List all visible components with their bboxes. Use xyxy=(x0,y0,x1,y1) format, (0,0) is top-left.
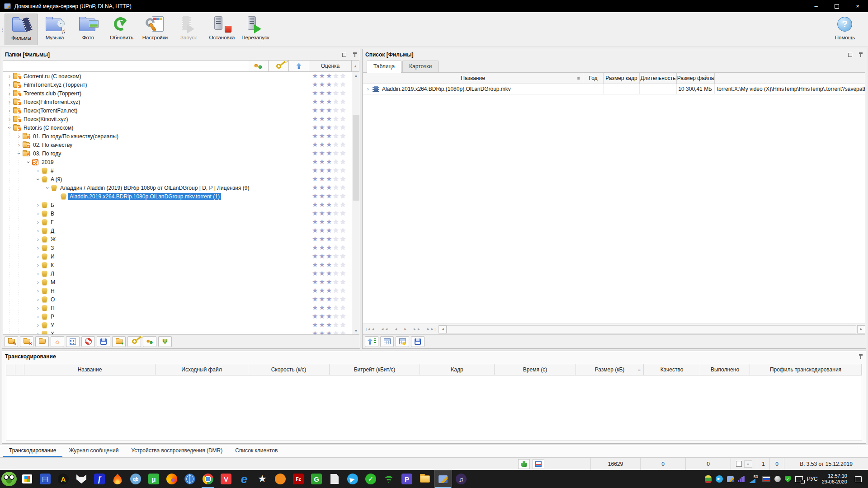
uget-icon[interactable]: G xyxy=(307,470,326,488)
toolbar-button-перезапуск[interactable]: Перезапуск xyxy=(239,14,272,45)
rating-stars[interactable]: ★★★★★ xyxy=(312,158,347,166)
tree-item[interactable]: ›03. По году★★★★★ xyxy=(3,149,353,158)
bottom-tab[interactable]: Устройства воспроизведения (DMR) xyxy=(125,445,229,457)
transcode-column-10[interactable]: Профиль транскодирования xyxy=(750,364,862,375)
grey-ball-icon[interactable] xyxy=(774,476,781,482)
qbittorrent-icon[interactable]: qb xyxy=(127,470,145,488)
language-indicator[interactable]: РУС xyxy=(807,476,818,482)
orange-app-icon[interactable] xyxy=(271,470,289,488)
expand-icon[interactable]: › xyxy=(35,297,41,302)
rating-stars[interactable]: ★★★★★ xyxy=(312,226,347,235)
row-expand-icon[interactable]: › xyxy=(365,87,371,91)
toolbar-button-фото[interactable]: Фото xyxy=(71,14,105,45)
close-button[interactable]: × xyxy=(847,0,868,12)
rating-stars[interactable]: ★★★★★ xyxy=(312,252,347,260)
tree-item[interactable]: ›Д★★★★★ xyxy=(3,226,353,235)
window-status-button[interactable] xyxy=(533,459,544,469)
tree-item[interactable]: ›Х★★★★★ xyxy=(3,329,353,334)
tab-карточки[interactable]: Карточки xyxy=(402,61,439,72)
filezilla-icon[interactable]: Fz xyxy=(289,470,307,488)
ru-flag-icon[interactable] xyxy=(762,476,770,482)
expand-icon[interactable]: › xyxy=(35,169,41,173)
volume-icon[interactable]: 50 xyxy=(749,475,758,483)
column-header-3[interactable]: Размер кадр xyxy=(604,73,640,84)
transcode-column-5[interactable]: Кадр xyxy=(420,364,495,375)
column-header-5[interactable]: Размер файла xyxy=(677,73,715,84)
save-button[interactable] xyxy=(97,336,110,347)
users-filter-button[interactable]: ☻☻ xyxy=(248,61,268,71)
scrollbar-thumb[interactable] xyxy=(353,115,359,201)
tree-item[interactable]: ›Rutor.is (С поиском)★★★★★ xyxy=(3,123,353,132)
tree-item[interactable]: ›Поиск(FilmiTorrent.xyz)★★★★★ xyxy=(3,98,353,106)
weather-button[interactable]: ☼ xyxy=(51,336,64,347)
rating-stars[interactable]: ★★★★★ xyxy=(312,278,347,286)
column-header-1[interactable]: Название≡ xyxy=(363,73,583,84)
save-button[interactable] xyxy=(411,336,425,347)
aimp-icon[interactable]: A xyxy=(54,470,72,488)
transcode-column-4[interactable]: Битрейт (кБит/с) xyxy=(330,364,420,375)
hscroll-track[interactable] xyxy=(447,325,856,333)
help-button[interactable]: ? Помощь xyxy=(828,14,862,40)
firefox-icon[interactable] xyxy=(163,470,181,488)
tree-item[interactable]: ›Р★★★★★ xyxy=(3,312,353,321)
folder-filter-input[interactable] xyxy=(3,61,248,71)
tab-таблица[interactable]: Таблица xyxy=(367,61,401,73)
telegram-icon[interactable] xyxy=(344,470,362,488)
flash-player-icon[interactable]: f xyxy=(90,470,108,488)
expand-icon[interactable]: › xyxy=(35,203,41,207)
collapse-icon[interactable]: › xyxy=(45,185,50,191)
table-row[interactable]: ›Aladdin.2019.x264.BDRip.(1080p).OlLanDG… xyxy=(363,84,865,94)
transcode-column-9[interactable]: Выполнено xyxy=(700,364,750,375)
foobar2000-icon[interactable] xyxy=(72,470,90,488)
pager-button-6[interactable]: ►►| xyxy=(424,327,439,331)
rating-stars[interactable]: ★★★★★ xyxy=(312,235,347,243)
transcode-column-8[interactable]: Качество xyxy=(644,364,700,375)
expand-icon[interactable]: › xyxy=(35,229,41,233)
bottom-tab[interactable]: Транскодирование xyxy=(3,445,62,457)
rating-stars[interactable]: ★★★★★ xyxy=(312,218,347,226)
rating-stars[interactable]: ★★★★★ xyxy=(312,175,347,183)
transcode-column-3[interactable]: Скорость (к/с) xyxy=(248,364,330,375)
vivaldi-icon[interactable]: V xyxy=(217,470,235,488)
expand-icon[interactable]: › xyxy=(16,134,22,139)
expand-icon[interactable]: › xyxy=(7,100,12,104)
utorrent-icon[interactable]: µ xyxy=(145,470,163,488)
toolbar-button-запуск[interactable]: Запуск xyxy=(172,14,205,45)
rating-stars[interactable]: ★★★★★ xyxy=(312,141,347,149)
toolbar-grip[interactable]: ⋮ xyxy=(0,12,5,47)
tree-item[interactable]: ›Gtorrent.ru (С поиском)★★★★★ xyxy=(3,72,353,80)
collapse-icon[interactable]: › xyxy=(36,177,40,182)
clock[interactable]: 12:57:10 29-06-2020 xyxy=(822,473,847,485)
grid-button[interactable] xyxy=(66,336,80,347)
rating-stars[interactable]: ★★★★★ xyxy=(312,295,347,303)
tree-item[interactable]: Aladdin.2019.x264.BDRip.1080p.OlLanDGrou… xyxy=(3,192,353,201)
expand-icon[interactable]: › xyxy=(35,254,41,259)
key-button[interactable] xyxy=(127,336,141,347)
transcode-column-2[interactable]: Исходный файл xyxy=(156,364,248,375)
folder-open-button[interactable]: ▼ xyxy=(112,336,126,347)
column-header-source[interactable] xyxy=(715,73,865,84)
toolbar-button-остановка[interactable]: Остановка xyxy=(205,14,239,45)
panel-pin-icon[interactable] xyxy=(859,52,863,57)
expand-icon[interactable]: › xyxy=(35,246,41,250)
expand-icon[interactable]: › xyxy=(35,289,41,293)
sort-up-button[interactable] xyxy=(288,61,309,71)
hscroll-right-icon[interactable]: ► xyxy=(857,325,865,333)
transcode-column-6[interactable]: Время (с) xyxy=(495,364,576,375)
scrollbar-up-icon[interactable]: ▲ xyxy=(352,72,360,79)
jester-icon[interactable] xyxy=(705,475,712,483)
folder-edit-button[interactable]: ✎ xyxy=(5,336,18,347)
scroll-up-icon[interactable]: ▲ xyxy=(351,61,359,71)
expand-icon[interactable]: › xyxy=(35,323,41,328)
action-center-icon[interactable] xyxy=(855,476,862,482)
column-header-2[interactable]: Год xyxy=(583,73,604,84)
rating-column-header[interactable]: Оценка xyxy=(309,61,351,71)
microsoft-store-icon[interactable] xyxy=(18,470,36,488)
column-header-4[interactable]: Длительность xyxy=(640,73,677,84)
tree-item[interactable]: ›A (9)★★★★★ xyxy=(3,175,353,183)
tree-item[interactable]: ›02. По качеству★★★★★ xyxy=(3,141,353,149)
hms-tray-icon[interactable] xyxy=(727,476,734,482)
hms-app-icon[interactable] xyxy=(434,470,452,488)
plugin-status-button[interactable] xyxy=(518,459,530,469)
rating-stars[interactable]: ★★★★★ xyxy=(312,132,347,140)
